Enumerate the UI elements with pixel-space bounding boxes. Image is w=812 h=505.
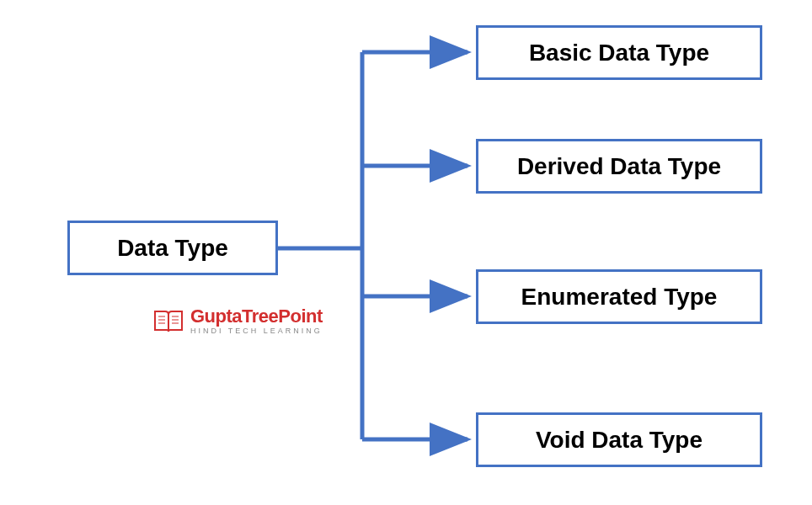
- child-node-basic-data-type: Basic Data Type: [476, 25, 762, 80]
- watermark-logo: GuptaTreePoint HINDI TECH LEARNING: [152, 307, 323, 335]
- book-icon: [152, 308, 185, 335]
- watermark-text: GuptaTreePoint HINDI TECH LEARNING: [190, 307, 323, 335]
- child-node-label: Enumerated Type: [521, 284, 718, 311]
- child-node-void-data-type: Void Data Type: [476, 412, 762, 467]
- child-node-enumerated-type: Enumerated Type: [476, 269, 762, 324]
- child-node-label: Void Data Type: [536, 427, 702, 454]
- root-node-data-type: Data Type: [67, 221, 278, 275]
- watermark-title: GuptaTreePoint: [190, 307, 323, 326]
- child-node-label: Basic Data Type: [529, 40, 709, 66]
- diagram-container: Data Type Basic Data Type Derived Data T…: [0, 0, 812, 505]
- watermark-subtitle: HINDI TECH LEARNING: [190, 327, 323, 335]
- child-node-derived-data-type: Derived Data Type: [476, 139, 762, 194]
- root-node-label: Data Type: [117, 235, 228, 262]
- child-node-label: Derived Data Type: [517, 153, 721, 180]
